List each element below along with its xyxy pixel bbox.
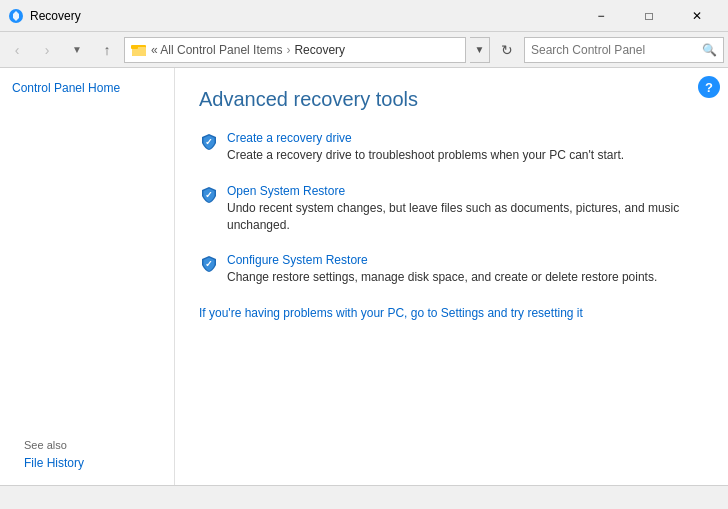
- recovery-item-1-content: Create a recovery drive Create a recover…: [227, 131, 624, 164]
- back-button[interactable]: ‹: [4, 37, 30, 63]
- see-also-label: See also: [12, 431, 162, 453]
- svg-text:✓: ✓: [205, 137, 213, 147]
- maximize-button[interactable]: □: [626, 0, 672, 32]
- status-bar: [0, 485, 728, 509]
- sidebar-see-also-section: See also File History: [0, 423, 174, 485]
- up-button[interactable]: ↑: [94, 37, 120, 63]
- recovery-item-2-content: Open System Restore Undo recent system c…: [227, 184, 704, 234]
- help-button[interactable]: ?: [698, 76, 720, 98]
- recovery-item-open-restore: ✓ Open System Restore Undo recent system…: [199, 184, 704, 234]
- search-box[interactable]: 🔍: [524, 37, 724, 63]
- path-icon: [131, 42, 147, 58]
- address-bar: ‹ › ▼ ↑ « All Control Panel Items › Reco…: [0, 32, 728, 68]
- address-path[interactable]: « All Control Panel Items › Recovery: [124, 37, 466, 63]
- main-container: Control Panel Home See also File History…: [0, 68, 728, 485]
- recovery-item-configure-restore: ✓ Configure System Restore Change restor…: [199, 253, 704, 286]
- sidebar-item-file-history[interactable]: File History: [12, 453, 162, 473]
- minimize-button[interactable]: −: [578, 0, 624, 32]
- path-prefix: « All Control Panel Items: [151, 43, 282, 57]
- recovery-item-3-content: Configure System Restore Change restore …: [227, 253, 657, 286]
- svg-text:✓: ✓: [205, 190, 213, 200]
- page-title: Advanced recovery tools: [199, 88, 704, 111]
- path-current: Recovery: [294, 43, 345, 57]
- forward-button[interactable]: ›: [34, 37, 60, 63]
- configure-system-restore-link[interactable]: Configure System Restore: [227, 253, 657, 267]
- close-button[interactable]: ✕: [674, 0, 720, 32]
- create-recovery-drive-link[interactable]: Create a recovery drive: [227, 131, 624, 145]
- window-controls: − □ ✕: [578, 0, 720, 32]
- recovery-item-create-drive: ✓ Create a recovery drive Create a recov…: [199, 131, 704, 164]
- search-icon[interactable]: 🔍: [702, 43, 717, 57]
- path-separator: ›: [286, 43, 290, 57]
- shield-icon-3: ✓: [199, 254, 219, 274]
- sidebar-item-control-panel-home[interactable]: Control Panel Home: [0, 78, 174, 98]
- search-input[interactable]: [531, 43, 698, 57]
- recent-locations-button[interactable]: ▼: [64, 37, 90, 63]
- window-icon: [8, 8, 24, 24]
- svg-text:✓: ✓: [205, 259, 213, 269]
- shield-icon-1: ✓: [199, 132, 219, 152]
- svg-rect-3: [131, 45, 138, 49]
- window-title: Recovery: [30, 9, 578, 23]
- configure-system-restore-desc: Change restore settings, manage disk spa…: [227, 270, 657, 284]
- refresh-button[interactable]: ↻: [494, 37, 520, 63]
- shield-icon-2: ✓: [199, 185, 219, 205]
- sidebar-nav: Control Panel Home: [0, 68, 174, 108]
- open-system-restore-desc: Undo recent system changes, but leave fi…: [227, 201, 679, 232]
- reset-settings-link[interactable]: If you're having problems with your PC, …: [199, 306, 704, 320]
- address-dropdown[interactable]: ▼: [470, 37, 490, 63]
- open-system-restore-link[interactable]: Open System Restore: [227, 184, 704, 198]
- title-bar: Recovery − □ ✕: [0, 0, 728, 32]
- sidebar: Control Panel Home See also File History: [0, 68, 175, 485]
- create-recovery-drive-desc: Create a recovery drive to troubleshoot …: [227, 148, 624, 162]
- content-area: ? Advanced recovery tools ✓ Create a rec…: [175, 68, 728, 485]
